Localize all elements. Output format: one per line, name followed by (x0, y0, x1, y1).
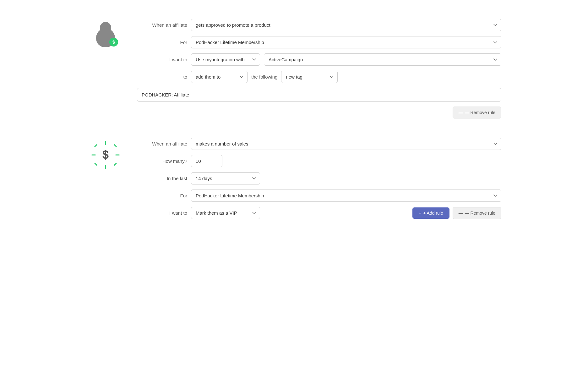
rule-1-action-row: to add them to remove them from subscrib… (137, 71, 501, 83)
remove-rule-2-label: — Remove rule (465, 211, 495, 216)
minus-icon: — (459, 110, 463, 115)
when-select-2[interactable]: makes a number of sales gets approved to… (191, 138, 501, 150)
add-rule-button[interactable]: + + Add rule (412, 207, 449, 219)
minus-icon-2: — (459, 211, 463, 216)
dollar-badge-icon: $ (109, 38, 118, 47)
rule-2-when-row: When an affiliate makes a number of sale… (137, 138, 501, 150)
remove-rule-2-button[interactable]: — — Remove rule (453, 207, 501, 219)
for-label-2: For (137, 193, 187, 198)
for-label: For (137, 40, 187, 45)
following-label: the following (251, 74, 277, 80)
add-rule-label: + Add rule (423, 211, 443, 216)
in-last-label: In the last (137, 176, 187, 181)
remove-rule-1-button[interactable]: — — Remove rule (453, 107, 501, 118)
rule-1-when-row: When an affiliate gets approved to promo… (137, 19, 501, 31)
for-select[interactable]: PodHacker Lifetime Membership All produc… (191, 36, 501, 48)
iwant-select-2[interactable]: Mark them as a VIP Use my integration wi… (191, 207, 260, 219)
spark-bottomright (114, 162, 117, 166)
tag-input[interactable] (137, 88, 501, 102)
rule-2-buttons: + + Add rule — — Remove rule (264, 207, 501, 219)
rule-2: $ When an affiliate makes a number of sa… (87, 128, 501, 228)
rule-2-iwant-row: I want to Mark them as a VIP Use my inte… (137, 207, 501, 219)
plus-icon: + (419, 211, 421, 216)
how-many-input[interactable] (191, 155, 222, 167)
rule-1: $ When an affiliate gets approved to pro… (87, 9, 501, 128)
spark-topleft (94, 144, 98, 147)
action-select[interactable]: add them to remove them from subscribe t… (191, 71, 248, 83)
rule-1-iwant-row: I want to Use my integration with Active… (137, 53, 501, 66)
rule-1-action-buttons: — — Remove rule (137, 107, 501, 118)
iwant-label-2: I want to (137, 210, 187, 216)
rule-1-tag-row (137, 88, 501, 102)
rule-2-howmany-row: How many? (137, 155, 501, 167)
spark-top (105, 141, 106, 145)
rule-2-form: When an affiliate makes a number of sale… (137, 138, 501, 219)
when-label: When an affiliate (137, 22, 187, 28)
rule-2-inlast-row: In the last 14 days 7 days 30 days 60 da… (137, 172, 501, 184)
page-container: $ When an affiliate gets approved to pro… (74, 0, 514, 238)
rule-1-form: When an affiliate gets approved to promo… (137, 19, 501, 118)
rule-1-icon: $ (87, 19, 124, 47)
remove-rule-1-label: — Remove rule (465, 110, 495, 115)
spark-bottom (105, 165, 106, 169)
sales-dollar-icon: $ (91, 141, 120, 169)
spark-topright (114, 144, 117, 147)
type-select[interactable]: new tag list sequence (281, 71, 338, 83)
rule-2-for-row: For PodHacker Lifetime Membership All pr… (137, 190, 501, 202)
how-many-label: How many? (137, 158, 187, 164)
dollar-symbol: $ (102, 148, 109, 162)
rule-2-icon: $ (87, 138, 124, 169)
rule-1-for-row: For PodHacker Lifetime Membership All pr… (137, 36, 501, 48)
in-last-select[interactable]: 14 days 7 days 30 days 60 days 90 days (191, 172, 260, 184)
integration-select[interactable]: Use my integration with (191, 53, 260, 66)
spark-bottomleft (94, 162, 98, 166)
spark-right (115, 155, 120, 156)
spark-left (91, 155, 96, 156)
to-label: to (137, 74, 187, 80)
for-select-2[interactable]: PodHacker Lifetime Membership All produc… (191, 190, 501, 202)
iwant-label: I want to (137, 57, 187, 62)
when-label-2: When an affiliate (137, 141, 187, 146)
integration-target-select[interactable]: ActiveCampaign Mailchimp Drip (264, 53, 501, 66)
affiliate-person-icon: $ (93, 22, 118, 47)
when-select[interactable]: gets approved to promote a product makes… (191, 19, 501, 31)
